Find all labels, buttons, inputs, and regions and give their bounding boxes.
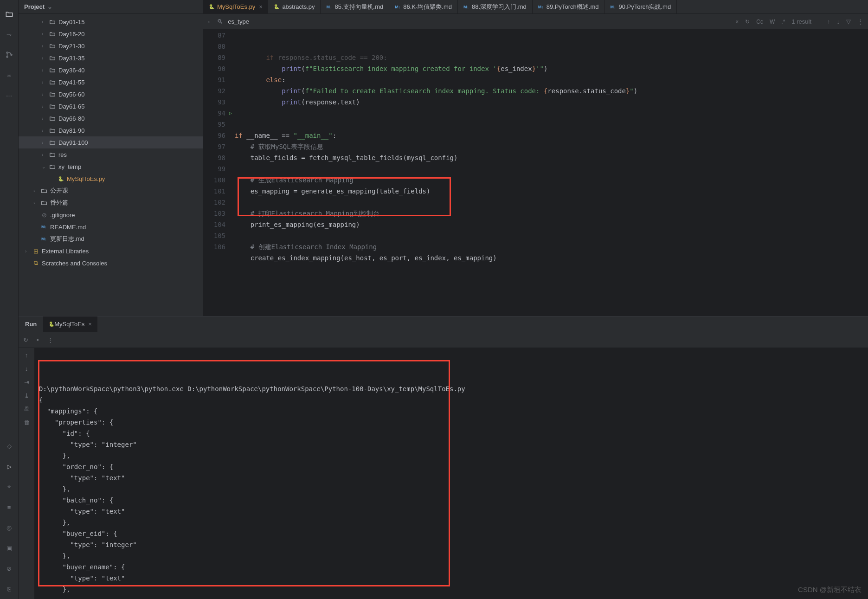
tree-item[interactable]: ⌄xy_temp (19, 161, 203, 173)
tree-item[interactable]: ›Day61-65 (19, 100, 203, 112)
terminal-icon[interactable]: ▣ (4, 542, 15, 554)
tree-arrow-icon[interactable]: › (42, 116, 48, 121)
code-line[interactable]: print(f"Elasticsearch index mapping crea… (232, 63, 868, 74)
code-line[interactable]: create_es_index_mapping(es_host, es_port… (232, 252, 868, 264)
up-icon[interactable]: ↑ (25, 352, 28, 359)
code-content[interactable]: if response.status_code == 200: print(f"… (232, 30, 868, 316)
tree-arrow-icon[interactable]: › (42, 80, 48, 85)
code-line[interactable]: # 生成Elasticsearch Mapping (232, 174, 868, 186)
tree-item[interactable]: ›res (19, 148, 203, 161)
tree-arrow-icon[interactable]: › (42, 68, 48, 73)
tree-arrow-icon[interactable]: › (42, 104, 48, 109)
line-number[interactable]: 101 (203, 186, 225, 197)
editor-tab[interactable]: M↓90.PyTorch实战.md (604, 0, 677, 13)
problems-icon[interactable]: ⊘ (4, 563, 15, 574)
down-icon[interactable]: ↓ (25, 365, 28, 372)
trash-icon[interactable]: 🗑 (24, 419, 30, 426)
git-icon[interactable]: ⎘ (4, 583, 15, 594)
tree-arrow-icon[interactable]: › (42, 128, 48, 133)
code-line[interactable] (232, 108, 868, 119)
code-line[interactable] (232, 197, 868, 208)
tree-arrow-icon[interactable]: › (42, 152, 48, 157)
tree-arrow-icon[interactable]: › (42, 56, 48, 61)
line-number[interactable]: 98 (203, 152, 225, 163)
project-header[interactable]: Project ⌄ (19, 0, 203, 14)
line-number[interactable]: 96 (203, 130, 225, 141)
line-number[interactable]: 103 (203, 208, 225, 219)
code-line[interactable] (232, 264, 868, 275)
line-number[interactable]: 105 (203, 230, 225, 241)
code-line[interactable] (232, 230, 868, 241)
code-line[interactable]: table_fields = fetch_mysql_table_fields(… (232, 152, 868, 163)
code-line[interactable]: # 打印Elasticsearch Mapping到控制台 (232, 208, 868, 219)
tree-item[interactable]: ›Day81-90 (19, 124, 203, 136)
code-line[interactable]: print(f"Failed to create Elasticsearch i… (232, 85, 868, 97)
tree-arrow-icon[interactable]: › (33, 188, 40, 193)
code-line[interactable] (232, 163, 868, 174)
tree-arrow-icon[interactable]: › (42, 32, 48, 37)
rerun-icon[interactable]: ↻ (23, 336, 28, 343)
code-line[interactable]: print(response.text) (232, 97, 868, 108)
line-number[interactable]: 92 (203, 85, 225, 97)
tree-item[interactable]: M↓更新日志.md (19, 233, 203, 245)
find-expand-icon[interactable]: › (208, 18, 210, 25)
code-line[interactable]: if __name__ == "__main__": (232, 130, 868, 141)
code-line[interactable]: # 获取MySQL表字段信息 (232, 141, 868, 152)
scroll-to-end-icon[interactable]: ⤓ (24, 392, 29, 399)
line-number[interactable]: 94 (203, 108, 225, 119)
tree-item[interactable]: ⧉Scratches and Consoles (19, 257, 203, 269)
run-tool-icon[interactable]: ▷ (4, 461, 15, 472)
vcs-icon[interactable] (4, 49, 15, 60)
tree-arrow-icon[interactable]: ⌄ (42, 164, 48, 169)
find-more-icon[interactable]: ⋮ (857, 18, 863, 25)
tree-item[interactable]: ⊘.gitignore (19, 209, 203, 221)
editor-tab[interactable]: M↓88.深度学习入门.md (458, 0, 533, 13)
tree-item[interactable]: ›Day16-20 (19, 28, 203, 40)
find-prev-icon[interactable]: ↑ (827, 18, 830, 25)
tree-arrow-icon[interactable]: › (42, 44, 48, 49)
tree-arrow-icon[interactable]: › (25, 249, 32, 254)
code-line[interactable]: if response.status_code == 200: (232, 52, 868, 63)
project-tool-icon[interactable] (4, 8, 15, 19)
tree-item[interactable]: 🐍MySqlToEs.py (19, 173, 203, 185)
line-number[interactable]: 91 (203, 74, 225, 85)
find-regex[interactable]: .* (781, 19, 785, 25)
tree-item[interactable]: ›Day01-15 (19, 16, 203, 28)
tree-arrow-icon[interactable]: › (42, 19, 48, 25)
tree-item[interactable]: ›Day56-60 (19, 88, 203, 100)
code-line[interactable]: else: (232, 74, 868, 85)
find-match-case[interactable]: Cc (756, 19, 763, 25)
soft-wrap-icon[interactable]: ⇥ (24, 379, 29, 386)
close-icon[interactable]: × (88, 321, 92, 328)
close-icon[interactable]: × (259, 4, 262, 10)
line-number[interactable]: 95 (203, 119, 225, 130)
line-number[interactable]: 97 (203, 141, 225, 152)
stop-icon[interactable]: ▪ (37, 336, 39, 343)
code-line[interactable] (232, 119, 868, 130)
debug-icon[interactable]: ⌖ (4, 481, 15, 492)
code-line[interactable]: # 创建Elasticsearch Index Mapping (232, 241, 868, 252)
python-packages-icon[interactable]: ◎ (4, 522, 15, 533)
line-number[interactable]: 90 (203, 63, 225, 74)
tree-item[interactable]: ›Day41-55 (19, 76, 203, 88)
code-editor[interactable]: 8788899091929394959697989910010110210310… (203, 30, 868, 316)
code-line[interactable]: print_es_mapping(es_mapping) (232, 219, 868, 230)
tree-item[interactable]: ›Day21-30 (19, 40, 203, 52)
editor-tab[interactable]: M↓86.K-均值聚类.md (389, 0, 458, 13)
line-number[interactable]: 104 (203, 219, 225, 230)
more-icon[interactable]: ⋮ (47, 336, 53, 343)
line-number[interactable]: 102 (203, 197, 225, 208)
line-number[interactable]: 93 (203, 97, 225, 108)
line-number[interactable]: 99 (203, 163, 225, 174)
tree-item[interactable]: ›公开课 (19, 185, 203, 197)
python-console-icon[interactable]: ◇ (4, 440, 15, 451)
tree-item[interactable]: ›Day66-80 (19, 112, 203, 124)
find-input[interactable] (228, 18, 390, 25)
line-number[interactable]: 87 (203, 30, 225, 41)
console-output[interactable]: D:\pythonWorkSpace\python3\python.exe D:… (34, 348, 868, 599)
structure-icon[interactable]: ▫▫ (4, 70, 15, 81)
line-number[interactable]: 106 (203, 241, 225, 252)
tree-arrow-icon[interactable]: › (42, 92, 48, 97)
editor-tab[interactable]: M↓85.支持向量机.md (321, 0, 389, 13)
editor-tab[interactable]: 🐍abstracts.py (268, 0, 321, 13)
